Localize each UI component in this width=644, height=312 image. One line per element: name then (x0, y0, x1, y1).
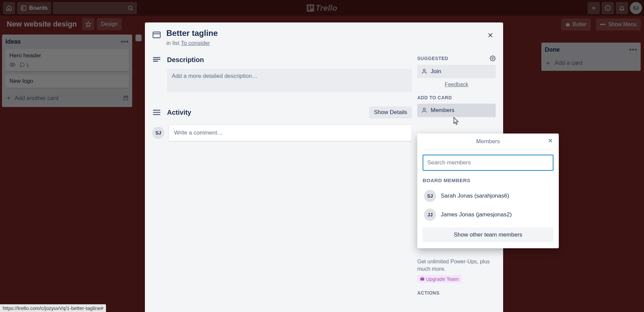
info-icon (605, 5, 611, 11)
butler-label: Butler (573, 21, 587, 28)
comment-input[interactable]: Write a comment… (168, 124, 412, 141)
join-button[interactable]: Join (417, 65, 496, 78)
list-menu-icon[interactable]: ••• (121, 38, 129, 46)
card-hero-header[interactable]: Hero header 1 (5, 49, 129, 71)
user-icon (421, 107, 427, 113)
butler-button[interactable]: Butler (561, 18, 591, 31)
svg-point-13 (423, 108, 425, 110)
board-title[interactable]: New website design (3, 20, 80, 29)
suggested-label: SUGGESTED (417, 56, 448, 61)
status-bar-url: https://trello.com/c/jozyuvVq/1-better-t… (0, 304, 106, 312)
in-list-label: in list To consider (166, 40, 218, 47)
member-name: Sarah Jonas (sarahjonas6) (441, 193, 509, 199)
actions-label: ACTIONS (417, 290, 440, 296)
home-icon (6, 5, 12, 11)
add-to-card-label: ADD TO CARD (417, 95, 452, 100)
members-popover: Members BOARD MEMBERS SJ Sarah Jonas (sa… (417, 134, 559, 248)
info-button[interactable] (602, 2, 614, 14)
card-new-logo[interactable]: New logo (5, 74, 129, 88)
svg-point-12 (423, 69, 425, 71)
notifications-button[interactable] (616, 2, 628, 14)
comments-badge: 1 (19, 62, 29, 68)
logo-icon (307, 4, 314, 12)
card-text: Hero header (9, 52, 125, 59)
svg-marker-3 (86, 22, 91, 27)
upsell-text: Get unlimited Power-Ups, plus much more. (417, 258, 496, 273)
boards-label: Boards (29, 5, 48, 11)
trello-logo[interactable]: Trello (307, 3, 337, 13)
description-icon (152, 55, 161, 64)
popover-title: Members (476, 138, 500, 145)
svg-point-6 (568, 24, 569, 25)
star-icon (85, 21, 91, 27)
svg-rect-14 (420, 278, 424, 280)
close-icon (487, 32, 494, 39)
member-avatar: JJ (424, 209, 436, 221)
list-menu-icon[interactable]: ••• (629, 46, 637, 54)
list-ideas: Ideas ••• Hero header 1 New logo ＋Add an… (2, 35, 132, 107)
comment-icon (19, 62, 25, 67)
add-another-card[interactable]: ＋Add another card (5, 92, 129, 104)
gear-icon[interactable] (490, 55, 496, 61)
add-button[interactable] (588, 2, 600, 14)
add-card-done[interactable]: ＋Add a card (545, 58, 637, 67)
list-title-text[interactable]: Done (545, 46, 560, 53)
upgrade-team-button[interactable]: Upgrade Team (417, 275, 462, 283)
top-header: Boards Trello SJ (0, 0, 644, 16)
member-row[interactable]: SJ Sarah Jonas (sarahjonas6) (423, 187, 553, 205)
show-other-team-members-button[interactable]: Show other team members (423, 227, 553, 242)
svg-point-5 (567, 24, 568, 25)
modal-close-button[interactable] (484, 29, 497, 42)
svg-rect-9 (124, 97, 127, 98)
search-icon (127, 5, 133, 11)
feedback-link[interactable]: Feedback (445, 82, 468, 87)
board-members-label: BOARD MEMBERS (423, 177, 553, 183)
in-list-link[interactable]: To consider (181, 40, 210, 46)
search-box[interactable] (53, 2, 137, 14)
boards-button[interactable]: Boards (17, 2, 51, 14)
activity-icon (152, 108, 161, 117)
comment-avatar: SJ (152, 127, 164, 139)
show-details-button[interactable]: Show Details (369, 106, 412, 118)
plus-icon (591, 5, 597, 11)
close-icon (547, 138, 553, 144)
home-button[interactable] (3, 2, 15, 14)
svg-point-7 (12, 64, 13, 66)
card-modal-title[interactable]: Better tagline (166, 29, 218, 38)
user-icon (421, 68, 427, 74)
user-avatar[interactable]: SJ (630, 2, 642, 14)
bell-icon (619, 5, 625, 11)
watch-icon (9, 62, 15, 68)
member-name: James Jonas (jamesjonas2) (441, 211, 512, 218)
list-title-text[interactable]: Ideas (5, 38, 21, 45)
members-button[interactable]: Members (417, 104, 496, 117)
show-menu-label: Show Menu (608, 21, 637, 28)
svg-point-1 (128, 6, 132, 10)
svg-point-11 (492, 58, 494, 59)
svg-rect-4 (566, 23, 570, 26)
member-avatar: SJ (424, 190, 436, 202)
briefcase-icon (420, 276, 425, 281)
list-partial (136, 35, 142, 41)
boards-icon (20, 5, 26, 11)
template-icon[interactable] (123, 95, 129, 101)
member-row[interactable]: JJ James Jonas (jamesjonas2) (423, 205, 553, 224)
description-input[interactable]: Add a more detailed description… (167, 69, 412, 92)
popover-close-button[interactable] (547, 138, 553, 144)
logo-text: Trello (316, 3, 337, 13)
description-title: Description (167, 56, 204, 64)
search-members-input[interactable] (423, 155, 553, 171)
card-icon (152, 31, 161, 39)
team-button[interactable]: Design (97, 18, 122, 30)
butler-icon (565, 22, 571, 27)
menu-dots-icon: ••• (600, 21, 606, 28)
activity-title: Activity (167, 109, 191, 116)
show-menu-button[interactable]: ••• Show Menu (596, 18, 641, 31)
list-done: Done ••• ＋Add a card (541, 43, 641, 71)
svg-rect-10 (153, 32, 160, 38)
star-button[interactable] (82, 18, 94, 30)
card-text: New logo (9, 78, 125, 85)
